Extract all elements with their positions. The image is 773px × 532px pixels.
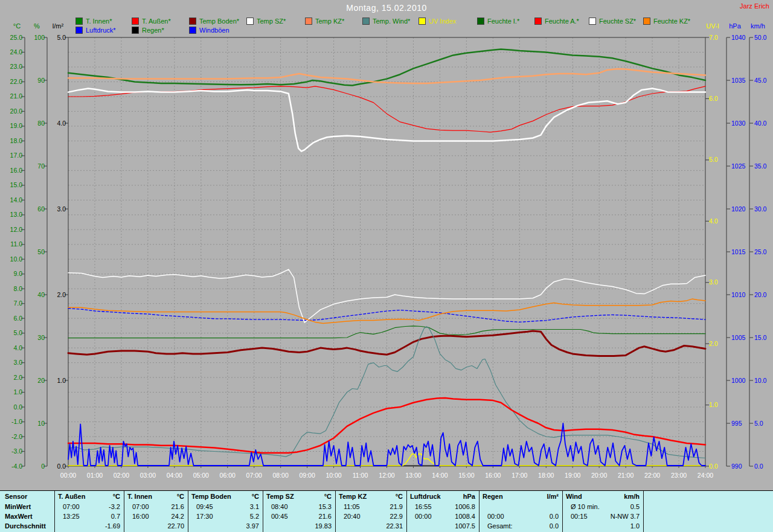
axis-tick-label: 1030: [731, 120, 746, 127]
axis-tick-label: 45.0: [754, 77, 767, 84]
table-col-name-temp-sz: Temp SZ: [266, 493, 294, 500]
axis-tick-label: 18.0: [10, 137, 23, 144]
axis-tick-label: 3.0: [13, 359, 22, 366]
axis-tick-label: 7.0: [13, 300, 22, 307]
axis-tick-label: 23.0: [10, 63, 23, 70]
table-maxwert-value-t-innen: 24.2: [172, 513, 184, 520]
table-col-name-temp-boden: Temp Boden: [191, 493, 231, 500]
axis-tick-label: 1.0: [13, 388, 22, 396]
x-axis-label: 20:00: [591, 472, 607, 479]
axis-tick-label: 9.0: [13, 270, 22, 277]
table-divider: [643, 491, 644, 532]
axis-tick-label: -2.0: [11, 433, 22, 440]
axis-tick-label: 35.0: [754, 162, 767, 170]
axis-tick-label: 1.0: [709, 401, 718, 408]
x-axis-label: 06:00: [220, 472, 236, 479]
axis-tick-label: 1005: [731, 334, 746, 341]
table-maxwert-value-luftdruck: 1008.4: [455, 513, 475, 520]
x-axis-label: 08:00: [273, 472, 289, 479]
table-durchschnitt-value-regen: 0.0: [550, 522, 559, 530]
x-axis-label: 23:00: [671, 472, 687, 479]
axis-tick-label: 2.0: [13, 374, 22, 381]
table-maxwert-value-wind: N-NW 3.7: [611, 513, 640, 520]
table-col-name-regen: Regen: [483, 493, 503, 500]
x-axis-label: 10:00: [326, 472, 341, 479]
table-col-name-wind: Wind: [566, 493, 582, 500]
table-col-unit-wind: km/h: [624, 493, 640, 500]
axis-tick-label: 1020: [731, 205, 746, 213]
x-axis-label: 07:00: [246, 472, 262, 479]
table-minwert-time-wind: Ø 10 min.: [571, 503, 600, 510]
x-axis-label: 05:00: [193, 472, 209, 479]
table-col-name-luftdruck: Luftdruck: [410, 493, 441, 500]
table-maxwert-time-luftdruck: 00:00: [415, 513, 432, 520]
x-axis-label: 01:00: [87, 472, 103, 479]
x-axis-label: 03:00: [140, 472, 156, 479]
stats-row-label-sensor: Sensor: [5, 493, 27, 500]
table-minwert-value-t-außen: -3.2: [109, 503, 120, 510]
table-maxwert-time-regen: 00:00: [487, 513, 504, 520]
table-divider: [54, 491, 55, 532]
table-col-name-t-außen: T. Außen: [58, 493, 85, 500]
axis-tick-label: 0: [41, 463, 45, 470]
table-divider: [406, 491, 407, 532]
series-feuchte-sz: [68, 269, 705, 322]
stats-row-label-maxwert: MaxWert: [5, 513, 33, 520]
table-minwert-time-luftdruck: 16:55: [415, 503, 432, 510]
axis-tick-label: 5.0: [709, 156, 718, 163]
table-maxwert-time-temp-boden: 17:30: [196, 513, 213, 520]
table-maxwert-time-wind: 00:15: [571, 513, 588, 520]
table-minwert-value-luftdruck: 1006.8: [455, 503, 475, 510]
axis-tick-label: 21.0: [10, 92, 23, 100]
axis-tick-label: -3.0: [11, 447, 22, 455]
table-durchschnitt-value-wind: 1.0: [630, 522, 640, 530]
axis-tick-label: 3.0: [57, 205, 66, 213]
axis-tick-label: 16.0: [10, 167, 23, 174]
table-minwert-time-temp-boden: 09:45: [196, 503, 213, 510]
table-durchschnitt-value-t-innen: 22.70: [167, 522, 184, 530]
axis-tick-label: 0.0: [57, 463, 66, 470]
x-axis-label: 24:00: [698, 472, 713, 479]
axis-tick-label: 8.0: [13, 285, 22, 292]
x-axis-label: 14:00: [432, 472, 447, 479]
stats-table: Sensor MinWert MaxWert Durchschnitt T. A…: [0, 490, 773, 532]
axis-tick-label: 10.0: [10, 255, 23, 263]
weather-chart: 25.024.023.022.021.020.019.018.017.016.0…: [0, 0, 773, 490]
table-col-name-t-innen: T. Innen: [127, 493, 152, 500]
table-minwert-value-t-innen: 21.6: [172, 503, 184, 510]
table-col-unit-temp-sz: °C: [324, 493, 332, 500]
axis-tick-label: 30.0: [754, 205, 767, 213]
table-durchschnitt-value-t-außen: -1.69: [105, 522, 120, 530]
table-col-unit-t-innen: °C: [177, 493, 184, 500]
axis-tick-label: 20.0: [754, 291, 767, 298]
axis-tick-label: 12.0: [10, 226, 23, 233]
x-axis-label: 12:00: [379, 472, 394, 479]
table-divider: [263, 491, 263, 532]
axis-tick-label: 4.0: [13, 344, 22, 351]
table-minwert-time-t-innen: 07:00: [132, 503, 149, 510]
x-axis-label: 15:00: [458, 472, 474, 479]
axis-tick-label: 13.0: [10, 211, 23, 218]
table-minwert-value-temp-kz: 21.9: [390, 503, 403, 510]
axis-tick-label: 15.0: [754, 334, 767, 341]
axis-tick-label: 15.0: [10, 181, 23, 188]
table-durchschnitt-value-luftdruck: 1007.5: [455, 522, 475, 530]
axis-tick-label: 2.0: [709, 340, 718, 347]
x-axis-label: 17:00: [512, 472, 527, 479]
x-axis-label: 21:00: [618, 472, 633, 479]
table-col-unit-luftdruck: hPa: [463, 493, 475, 500]
axis-tick-label: 1010: [731, 291, 746, 298]
axis-tick-label: 60: [37, 205, 45, 213]
axis-tick-label: 17.0: [10, 152, 23, 159]
x-axis-label: 04:00: [167, 472, 182, 479]
axis-tick-label: 0.0: [754, 463, 763, 470]
table-durchschnitt-value-temp-sz: 19.83: [315, 522, 332, 530]
axis-tick-label: 10.0: [754, 377, 767, 384]
axis-tick-label: 0.0: [709, 463, 718, 470]
table-minwert-time-temp-sz: 08:40: [271, 503, 288, 510]
axis-tick-label: 24.0: [10, 48, 23, 56]
table-col-name-temp-kz: Temp KZ: [339, 493, 367, 500]
table-durchschnitt-value-temp-kz: 22.31: [386, 522, 403, 530]
stats-row-label-durchschnitt: Durchschnitt: [5, 522, 46, 530]
axis-tick-label: -4.0: [11, 463, 22, 470]
